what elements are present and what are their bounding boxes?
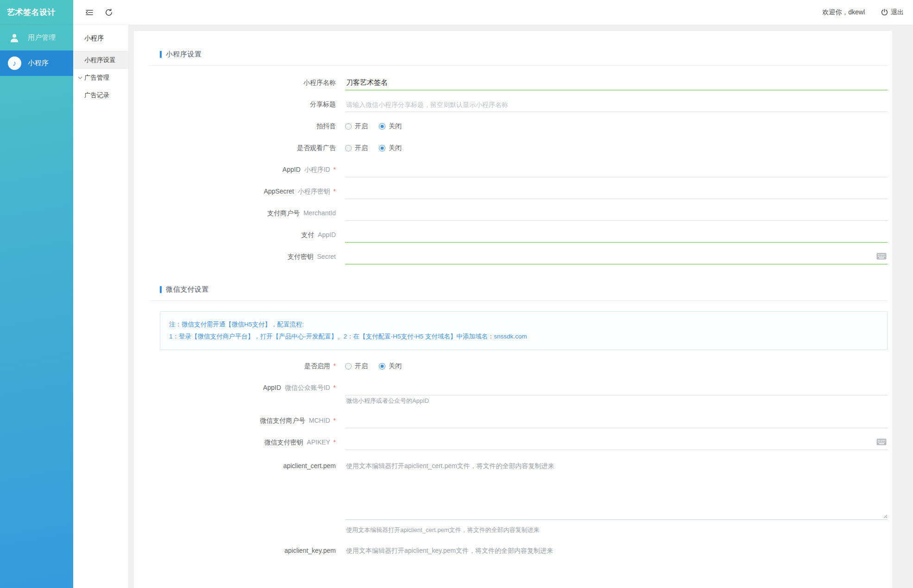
field-control: 使用文本编辑器打开apiclient_cert.pem文件，将文件的全部内容复制… (345, 457, 888, 536)
section-title: 微信支付设置 (166, 285, 209, 294)
topbar: 欢迎你，dkewl 退出 (73, 0, 913, 25)
radio-off[interactable] (379, 145, 385, 151)
field-control (345, 184, 888, 199)
field-label-sub: 小程序密钥 (298, 188, 330, 195)
submenu-item-ad-records[interactable]: 广告记录 (73, 87, 128, 104)
section-accent-bar (160, 286, 162, 293)
required-star: * (334, 384, 336, 391)
field-label: 是否观看广告 (160, 140, 336, 156)
radio-on-label[interactable]: 开启 (355, 362, 368, 370)
field-label-main: 微信支付商户号 (260, 417, 305, 424)
field-label-sub: MerchantId (303, 209, 336, 217)
pay-secret-input[interactable] (345, 249, 888, 264)
field-label: apiclient_cert.pem (160, 457, 336, 470)
section-header-miniprogram-settings: 小程序设置 (160, 50, 888, 59)
field-control (345, 227, 888, 243)
radio-on-label[interactable]: 开启 (355, 122, 368, 131)
form-row-appid: AppID 小程序ID * (160, 162, 888, 177)
wx-appid-input[interactable] (345, 380, 888, 395)
submenu-panel: 小程序 小程序设置 广告管理 广告记录 (73, 25, 129, 588)
submenu-item-miniprogram-settings[interactable]: 小程序设置 (73, 51, 128, 69)
chevron-down-icon (78, 76, 82, 79)
wxpay-note-box: 注：微信支付需开通【微信H5支付】，配置流程: 1：登录【微信支付商户平台】，打… (160, 311, 888, 350)
field-label-main: 分享标题 (310, 100, 336, 108)
field-label-main: 支付密钥 (288, 253, 314, 260)
field-label-main: AppID (283, 166, 301, 173)
radio-on[interactable] (345, 363, 352, 369)
radio-off[interactable] (379, 363, 385, 369)
radio-off-label[interactable]: 关闭 (389, 362, 402, 370)
content-card: 小程序设置 小程序名称 分享标题 拍抖音 (134, 31, 892, 588)
field-control (345, 97, 888, 112)
field-control: 微信小程序或者公众号的AppID (345, 380, 888, 407)
app-title: 艺术签名设计 (0, 0, 73, 25)
key-pem-textarea[interactable] (345, 542, 888, 588)
radio-on-label[interactable]: 开启 (355, 144, 368, 152)
field-label: AppSecret 小程序密钥 * (160, 184, 336, 199)
section-accent-bar (160, 51, 162, 58)
field-label-main: 小程序名称 (303, 79, 336, 86)
note-line-2: 1：登录【微信支付商户平台】，打开【产品中心-开发配置】。2：在【支付配置-H5… (169, 331, 878, 343)
logout-button[interactable]: 退出 (881, 8, 904, 17)
form-row-share-title: 分享标题 (160, 97, 888, 112)
topbar-right: 欢迎你，dkewl 退出 (822, 8, 913, 17)
pay-appid-input[interactable] (345, 227, 888, 243)
field-label: 微信支付商户号 MCHID * (160, 413, 336, 428)
field-label-main: AppSecret (264, 188, 294, 195)
field-label-main: 支付 (301, 231, 314, 238)
form-row-appsecret: AppSecret 小程序密钥 * (160, 184, 888, 199)
sidebar-item-label: 用户管理 (28, 33, 56, 42)
form-row-watch-ads: 是否观看广告 开启 关闭 (160, 140, 888, 156)
menu-fold-icon[interactable] (83, 6, 95, 19)
field-label-main: 支付商户号 (267, 209, 300, 217)
field-control (345, 206, 888, 221)
radio-off-label[interactable]: 关闭 (389, 144, 402, 152)
submenu-item-label: 小程序设置 (84, 56, 116, 64)
submenu-item-ad-management[interactable]: 广告管理 (73, 69, 128, 87)
miniapp-note-icon: ♪ (7, 56, 21, 70)
app-name-input[interactable] (345, 75, 888, 90)
required-star: * (334, 166, 336, 173)
required-star: * (334, 417, 336, 424)
resize-grip-icon[interactable] (882, 512, 888, 520)
refresh-icon[interactable] (103, 6, 115, 19)
form-row-app-name: 小程序名称 (160, 75, 888, 90)
radio-off[interactable] (379, 123, 385, 130)
merchant-id-input[interactable] (345, 206, 888, 221)
form-row-pay-secret: 支付密钥 Secret (160, 249, 888, 264)
apikey-input[interactable] (345, 435, 888, 450)
field-label: 是否启用 * (160, 358, 336, 374)
section-header-wxpay-settings: 微信支付设置 (160, 285, 888, 294)
form-row-douyin: 拍抖音 开启 关闭 (160, 119, 888, 134)
section-title: 小程序设置 (166, 50, 202, 59)
cert-pem-textarea[interactable] (345, 457, 888, 520)
note-line-1: 注：微信支付需开通【微信H5支付】，配置流程: (169, 319, 878, 331)
sidebar-item-user-management[interactable]: 用户管理 (0, 25, 73, 50)
field-label-main: 微信支付密钥 (264, 438, 303, 446)
keyboard-icon (876, 253, 887, 262)
sidebar-item-miniprogram[interactable]: ♪ 小程序 (0, 50, 73, 76)
field-label-sub: 微信公众账号ID (285, 384, 330, 391)
mchid-input[interactable] (345, 413, 888, 428)
field-label-sub: 小程序ID (304, 166, 330, 173)
field-control: 开启 关闭 (345, 119, 888, 134)
watch-ads-radio-group: 开启 关闭 (345, 140, 888, 156)
field-label: 支付密钥 Secret (160, 249, 336, 264)
form-row-cert-pem: apiclient_cert.pem 使用文本编辑器打开apiclient_ce… (160, 457, 888, 536)
wxpay-settings-form: 是否启用 * 开启 关闭 AppID 微信公众账号ID * 微信小程序或者公 (160, 358, 888, 588)
share-title-input[interactable] (345, 97, 888, 112)
appid-input[interactable] (345, 162, 888, 177)
cert-pem-textarea-wrap (345, 457, 888, 522)
form-row-wx-appid: AppID 微信公众账号ID * 微信小程序或者公众号的AppID (160, 380, 888, 407)
field-control: 开启 关闭 (345, 140, 888, 156)
radio-off-label[interactable]: 关闭 (389, 122, 402, 131)
form-row-pay-appid: 支付 AppID (160, 227, 888, 243)
appsecret-input[interactable] (345, 184, 888, 199)
field-label: 分享标题 (160, 97, 336, 112)
form-row-enabled: 是否启用 * 开启 关闭 (160, 358, 888, 374)
radio-on[interactable] (345, 145, 352, 151)
logout-label: 退出 (891, 8, 904, 17)
radio-on[interactable] (345, 123, 352, 130)
field-label-sub: Secret (317, 253, 336, 260)
sidebar-item-label: 小程序 (28, 59, 49, 68)
